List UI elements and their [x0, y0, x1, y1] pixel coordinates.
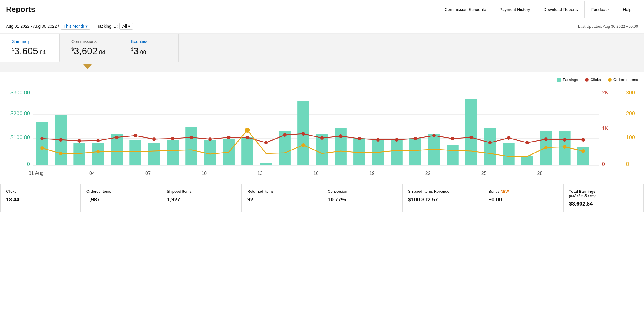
x-label-16: 16: [313, 170, 319, 176]
bar-day12: [241, 137, 253, 165]
chevron-down-icon: ▾: [85, 24, 88, 29]
bonus-column-label: Bonus NEW: [489, 189, 558, 194]
clicks-dot: [133, 134, 137, 137]
bar-day24: [465, 99, 477, 165]
this-month-label: This Month: [63, 24, 84, 29]
stats-bonus: Bonus NEW $0.00: [483, 184, 564, 212]
tab-bounties-value: $3.00: [131, 46, 167, 57]
summary-tabs: Summary $3,605.84 Commissions $3,602.84 …: [0, 34, 644, 62]
tracking-id-value: All: [122, 24, 127, 29]
stats-conversion: Conversion 10.77%: [322, 184, 403, 212]
date-range-text: Aug 01 2022 - Aug 30 2022 /: [6, 24, 59, 29]
tracking-id-dropdown[interactable]: All ▾: [119, 23, 133, 30]
legend-earnings: Earnings: [557, 77, 578, 82]
active-tab-indicator: [83, 64, 92, 69]
tab-summary-value: $3,605.84: [12, 46, 47, 57]
clicks-dot: [264, 141, 268, 144]
clicks-dot: [563, 138, 566, 142]
chart-section: Earnings Clicks Ordered Items $300.00 $2…: [0, 72, 644, 184]
clicks-dot: [451, 137, 454, 140]
clicks-dot: [283, 133, 287, 137]
clicks-dot: [320, 136, 324, 140]
x-label-25: 25: [481, 170, 487, 176]
new-badge: NEW: [500, 189, 509, 194]
ordered-dot: [59, 152, 63, 155]
svg-text:$100.00: $100.00: [10, 134, 30, 140]
clicks-dot: [544, 137, 548, 141]
bonus-value: $0.00: [489, 197, 558, 203]
chevron-down-icon-2: ▾: [128, 24, 130, 29]
bar-day21: [409, 138, 421, 165]
x-label-13: 13: [257, 170, 263, 176]
clicks-dot: [581, 138, 585, 142]
ordered-dot-peak: [245, 128, 250, 133]
clicks-dot: [77, 139, 81, 143]
bar-day3: [73, 143, 85, 165]
bar-day25: [484, 128, 496, 165]
chart-svg: $300.00 $200.00 $100.00 0 2K 1K 0 300 20…: [6, 86, 638, 181]
earnings-label: Earnings: [563, 77, 578, 82]
svg-text:200: 200: [626, 111, 635, 116]
x-label-04: 04: [89, 170, 95, 176]
ordered-dot: [301, 143, 305, 147]
clicks-dot: [339, 134, 343, 138]
clicks-label: Clicks: [590, 77, 601, 82]
x-label-07: 07: [145, 170, 151, 176]
ordered-dot: [563, 145, 566, 149]
nav-commission-schedule[interactable]: Commission Schedule: [438, 1, 493, 18]
svg-text:0: 0: [602, 161, 605, 167]
conversion-value: 10.77%: [328, 197, 397, 203]
bar-day1: [36, 122, 48, 165]
tab-bounties[interactable]: Bounties $3.00: [119, 34, 179, 62]
nav-help[interactable]: Help: [616, 1, 638, 18]
clicks-dot: [96, 139, 100, 142]
nav-feedback[interactable]: Feedback: [584, 1, 616, 18]
clicks-dot: [40, 137, 44, 140]
filter-bar: Aug 01 2022 - Aug 30 2022 / This Month ▾…: [0, 19, 644, 34]
conversion-column-label: Conversion: [328, 189, 397, 194]
nav-download-reports[interactable]: Download Reports: [537, 1, 584, 18]
clicks-dot: [115, 136, 119, 139]
ordered-dot: [581, 149, 585, 153]
total-earnings-value: $3,602.84: [569, 201, 638, 207]
bar-day13: [260, 163, 272, 165]
this-month-dropdown[interactable]: This Month ▾: [61, 23, 90, 30]
tracking-id-label: Tracking ID:: [96, 24, 118, 29]
bar-day9: [185, 127, 197, 165]
page-title: Reports: [6, 0, 35, 19]
bar-day17: [335, 128, 346, 165]
bar-day8: [167, 140, 179, 165]
clicks-line: [42, 134, 583, 143]
clicks-dot: [208, 137, 212, 141]
clicks-dot: [413, 137, 417, 140]
clicks-dot: [395, 138, 399, 142]
bar-day20: [391, 140, 402, 165]
clicks-dot: [469, 136, 473, 139]
returned-items-column-label: Returned Items: [247, 189, 316, 194]
ordered-items-label: Ordered Items: [613, 77, 638, 82]
clicks-dot: [432, 134, 436, 137]
earnings-bar-icon: [557, 78, 561, 82]
ordered-dot: [40, 146, 44, 150]
tab-summary[interactable]: Summary $3,605.84: [0, 34, 60, 62]
svg-text:100: 100: [626, 134, 635, 140]
shipped-revenue-value: $100,312.57: [408, 197, 477, 203]
nav-payment-history[interactable]: Payment History: [493, 1, 537, 18]
clicks-dot: [245, 136, 249, 139]
clicks-dot: [376, 138, 380, 142]
clicks-dot: [171, 137, 175, 140]
svg-text:0: 0: [626, 161, 629, 167]
svg-text:2K: 2K: [602, 90, 609, 96]
bar-day23: [447, 145, 458, 165]
clicks-value: 18,441: [6, 197, 75, 203]
ordered-items-value: 1,987: [86, 197, 155, 203]
x-label-19: 19: [369, 170, 375, 176]
shipped-items-column-label: Shipped Items: [167, 189, 236, 194]
svg-text:0: 0: [27, 161, 30, 167]
clicks-dot: [507, 136, 510, 140]
bar-day4: [92, 143, 104, 165]
bar-day26: [503, 143, 514, 165]
tab-commissions[interactable]: Commissions $3,602.84: [60, 34, 119, 62]
ordered-items-dot-icon: [608, 78, 612, 82]
svg-text:$300.00: $300.00: [10, 90, 30, 96]
